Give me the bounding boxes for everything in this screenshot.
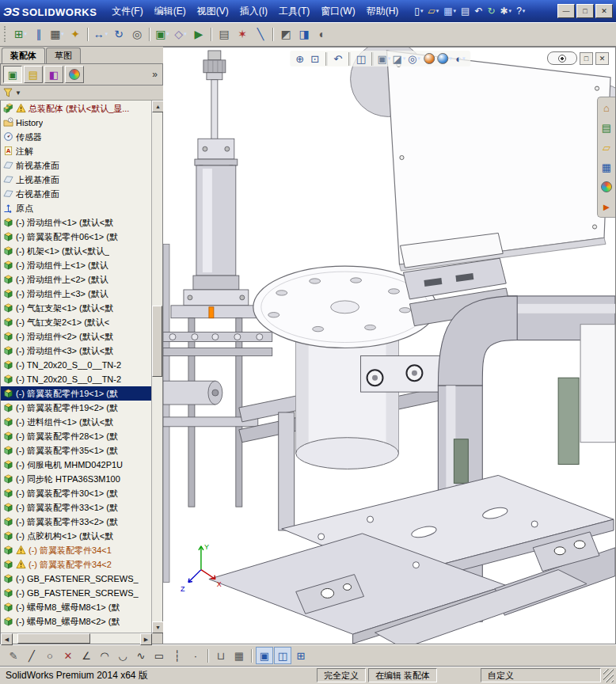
scroll-down-arrow[interactable]: ▼ [152,621,164,633]
linear-component-pattern-icon[interactable]: ▦▾ [48,25,66,43]
performance-evaluation-icon[interactable]: ◐ [314,25,331,43]
tree-item[interactable]: (-) 伺服电机 MHMD042P1U [1,458,152,472]
show-hidden-components-icon[interactable]: ◎ [128,25,146,43]
section-view-icon[interactable]: ◫ [354,51,367,66]
scroll-up-arrow[interactable]: ▲ [152,101,164,112]
filter-funnel-icon[interactable] [3,88,13,97]
tree-item[interactable]: (-) GB_FASTENER_SCREWS_ [1,586,152,600]
tree-item[interactable]: (-) 螺母M8_螺母M8<1> (默 [1,600,152,614]
circle-icon[interactable]: ○ [41,647,59,664]
smart-fasteners-icon[interactable]: ✦ [67,25,84,43]
restore-document-button[interactable]: □ [580,52,593,65]
menu-file[interactable]: 文件(F) [106,2,148,21]
tree-item[interactable]: (-) 箭翼装配零件35<1> (默 [1,443,152,458]
scroll-right-arrow[interactable]: ▶ [140,633,152,645]
zoom-to-area-icon[interactable]: ⊡ [308,51,321,66]
grid-icon[interactable]: ▦ [230,647,248,664]
rotate-component-icon[interactable]: ↻ [110,25,127,43]
overflow-chevron[interactable]: » [150,69,160,80]
point-icon[interactable]: · [187,647,204,664]
tree-item[interactable]: (-) 箭翼装配零件33<1> (默 [1,500,152,515]
explode-line-sketch-icon[interactable]: ╲ [252,25,269,43]
exploded-view-icon[interactable]: ✶ [234,25,251,43]
tree-item[interactable]: 右视基准面 [1,187,152,201]
edit-appearance-icon[interactable] [422,51,435,66]
tree-item[interactable]: (-) 箭翼装配零件33<2> (默 [1,515,152,529]
displaymanager-tab[interactable] [65,66,84,83]
3d-model-view[interactable]: Y X Z [163,48,615,644]
line-icon[interactable]: ╱ [23,647,40,664]
sketch-icon[interactable]: ✎ [5,647,22,664]
shaded-sketch-contours-icon[interactable]: ▣ [256,647,273,664]
tree-item[interactable]: 前视基准面 [1,158,152,173]
menu-insert[interactable]: 插入(I) [234,2,273,21]
interference-detection-icon[interactable]: ◩ [277,25,295,43]
tree-item[interactable]: (-) 机架<1> (默认<默认_ [1,244,152,258]
tree-item[interactable]: (-) 气缸支架<1> (默认<默 [1,301,152,315]
tree-item[interactable]: (-) 箭翼装配零件19<1> (默 [1,386,152,401]
tree-item[interactable]: (-) 进料组件<1> (默认<默 [1,415,152,429]
mate-icon[interactable]: ∥ [30,25,48,43]
graphics-area[interactable]: Y X Z ⊕⊡↶◫▣▾◪▾◎▾▾◐▾ □✕ ⌂▤▱▦► [163,47,616,644]
propertymanager-tab[interactable]: ▤ [24,66,43,83]
resize-grip[interactable] [603,669,614,682]
tree-item[interactable]: 上视基准面 [1,173,152,187]
tree-item[interactable]: History [1,116,152,130]
new-motion-study-icon[interactable]: ▶ [190,25,207,43]
tree-item[interactable]: A注解 [1,144,152,158]
view-palette-icon[interactable]: ▦ [600,161,613,173]
move-component-icon[interactable]: ↔▾ [92,25,109,43]
tree-item[interactable]: (-) 同步轮 HTPA36S3M100 [1,472,152,486]
scroll-left-arrow[interactable]: ◀ [1,633,13,645]
tree-item[interactable]: (-) 箭翼装配零件34<2 [1,557,152,572]
previous-view-icon[interactable]: ↶ [331,51,344,66]
corner-rectangle-icon[interactable]: ▭ [150,647,168,664]
spline-icon[interactable]: ∿ [132,647,150,664]
new-document-icon[interactable]: ▯▾ [412,3,425,19]
insert-components-icon[interactable]: ⊞▾ [12,25,29,43]
three-point-arc-icon[interactable]: ◡ [114,647,131,664]
sketch-table-icon[interactable]: ⊞ [292,647,310,664]
tree-item[interactable]: (-) 气缸支架2<1> (默认< [1,315,152,329]
display-style-icon[interactable]: ◪▾ [392,51,405,66]
tree-vertical-scrollbar[interactable]: ▲ ▼ [151,101,162,633]
scroll-thumb[interactable] [152,306,162,377]
appearances-icon[interactable] [600,180,613,193]
scroll-thumb-horizontal[interactable] [17,633,90,644]
tree-item[interactable]: 原点 [1,201,152,215]
scroll-track-horizontal[interactable] [13,633,140,644]
tree-item[interactable]: (-) 箭翼装配零件30<1> (默 [1,486,152,500]
print-icon[interactable]: ▤ [458,3,472,19]
apply-scene-icon[interactable]: ▾ [437,51,452,66]
view-orientation-icon[interactable]: ▣▾ [377,51,390,66]
menu-edit[interactable]: 编辑(E) [149,2,192,21]
open-document-icon[interactable]: ▱▾ [425,3,441,19]
zoom-to-fit-icon[interactable]: ⊕ [293,51,306,66]
filter-dropdown-arrow[interactable]: ▼ [15,89,21,97]
options-icon[interactable]: ✱▾ [498,3,515,19]
featuremanager-design-tree-tab[interactable]: ▣ [3,66,22,83]
tree-item[interactable]: (-) TN_20x20_S__0__TN-2 [1,372,152,386]
custom-properties-icon[interactable]: ► [600,200,613,213]
menu-tools[interactable]: 工具(T) [273,2,315,21]
menu-help[interactable]: 帮助(H) [361,2,405,21]
save-icon[interactable]: ▦▾ [441,3,458,19]
menu-window[interactable]: 窗口(W) [315,2,360,21]
file-explorer-icon[interactable]: ▱ [600,141,613,154]
status-custom-dropdown[interactable]: 自定义 [481,668,601,682]
tree-item[interactable]: (-) 箭翼装配零件19<2> (默 [1,401,152,415]
tree-item[interactable]: (-) 滑动组件上<2> (默认 [1,272,152,287]
tree-horizontal-scrollbar[interactable]: ◀ ▶ [1,633,152,644]
smart-dimension-icon[interactable]: ∠ [78,647,95,664]
assembly-visualization-icon[interactable]: ◨ [295,25,313,43]
design-library-icon[interactable]: ▤ [600,121,613,134]
tree-item[interactable]: (-) 箭翼装配零件28<1> (默 [1,429,152,443]
tree-item[interactable]: (-) 滑动组件<3> (默认<默 [1,344,152,358]
assembly-features-icon[interactable]: ▣▾ [154,25,171,43]
tree-item[interactable]: (-) 滑动组件上<1> (默认 [1,258,152,272]
reference-geometry-icon[interactable]: ◇▾ [172,25,189,43]
bill-of-materials-icon[interactable]: ▤ [215,25,233,43]
tree-item[interactable]: (-) 滑动组件上<3> (默认 [1,287,152,301]
centerline-icon[interactable]: ┆ [169,647,186,664]
tab-sketch[interactable]: 草图 [46,48,81,63]
